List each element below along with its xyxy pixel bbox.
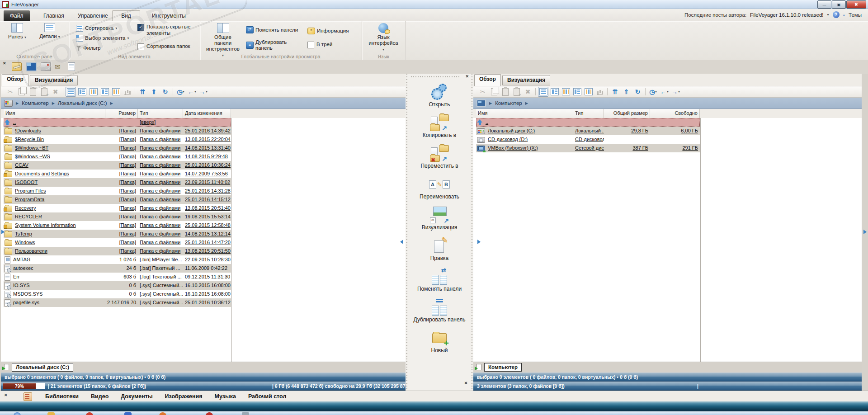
paste-into-icon[interactable] xyxy=(511,87,522,97)
show-hidden-checkbox[interactable]: ✓ Показать скрытые элементы xyxy=(137,24,196,36)
column-header-type[interactable]: Тип xyxy=(138,109,183,118)
collapse-right-pane-arrow[interactable] xyxy=(477,240,481,244)
chevron-down-icon[interactable]: ▾ xyxy=(827,13,829,17)
go-top-icon[interactable]: ⇈ xyxy=(137,87,148,97)
restore-button[interactable]: ▣ xyxy=(832,0,846,9)
panes-button[interactable]: Panes ▾ xyxy=(1,23,33,40)
file-row-up[interactable]: .. xyxy=(476,118,700,127)
taskbar-app-icon[interactable] xyxy=(86,412,93,415)
column-header-size[interactable]: Размер xyxy=(105,109,138,118)
file-row[interactable]: RECYCLER[Папка]Папка с файлами19.08.2015… xyxy=(4,212,231,221)
drive-row[interactable]: VMBox (\\vboxsvr) (X:)Сетевой диск387 ГБ… xyxy=(476,144,700,152)
file-row-up[interactable]: .. [вверх] xyxy=(4,118,231,127)
file-row[interactable]: Program Files[Папка]Папка с файлами25.01… xyxy=(4,187,231,195)
paste-into-icon[interactable] xyxy=(39,87,49,97)
view-list-grid-icon[interactable] xyxy=(572,87,582,97)
action-move-to-button[interactable]: ✖↗Переместить в xyxy=(406,145,473,176)
column-header-total-size[interactable]: Общий размер xyxy=(604,109,650,118)
file-row[interactable]: Пользователи[Папка]Папка с файлами13.08.… xyxy=(4,247,231,255)
link-images[interactable]: Изображения xyxy=(165,393,203,400)
more-actions-icon[interactable]: » xyxy=(463,382,470,385)
sort-folders-checkbox[interactable]: Сортировка папок xyxy=(137,43,196,50)
tab-main[interactable]: Главная xyxy=(37,11,71,21)
file-row[interactable]: Documents and Settings[Папка]Папка с фай… xyxy=(4,170,231,178)
file-row[interactable]: AMTAG1 024 б[.bin] MPlayer file...22.09.… xyxy=(4,255,231,264)
action-rename-button[interactable]: A✎BПереименовать xyxy=(406,176,473,207)
file-row[interactable]: Recovery[Папка]Папка с файлами13.08.2015… xyxy=(4,204,231,212)
file-row[interactable]: autoexec24 б[.bat] Пакетный ...11.06.200… xyxy=(4,264,231,273)
drag-handle[interactable] xyxy=(411,76,460,77)
collapse-ribbon-icon[interactable]: ▴ xyxy=(843,13,845,17)
file-row[interactable]: CCAV[Папка]Папка с файлами25.01.2016 10:… xyxy=(4,161,231,170)
copy-icon[interactable] xyxy=(16,87,27,97)
breadcrumb-item[interactable]: Локальный диск (C:) xyxy=(58,100,107,106)
file-row[interactable]: Windows[Папка]Папка с файлами25.01.2016 … xyxy=(4,238,231,247)
link-music[interactable]: Музыка xyxy=(215,393,236,400)
file-row[interactable]: pagefile.sys2 147 016 70...[.sys] Систем… xyxy=(4,298,231,307)
view-tiles-icon[interactable] xyxy=(111,87,121,97)
quick-doc-icon[interactable] xyxy=(68,62,75,71)
action-duplicate-panel-button[interactable]: Дублировать панель xyxy=(406,299,473,330)
close-middle-panel-button[interactable]: ✕ xyxy=(465,74,469,79)
view-small-icons-icon[interactable] xyxy=(561,87,571,97)
link-documents[interactable]: Документы xyxy=(121,393,152,400)
tab-overview[interactable]: Обзор xyxy=(2,74,28,86)
collapse-left-pane-arrow[interactable] xyxy=(400,240,403,244)
forward-icon[interactable]: →▾ xyxy=(198,87,208,97)
tab-visualization[interactable]: Визуализация xyxy=(30,75,78,85)
action-edit-button[interactable]: ✎Правка xyxy=(406,237,473,268)
taskbar-window-icon[interactable] xyxy=(242,412,249,415)
left-location-tab[interactable]: Локальный диск (C:) xyxy=(12,363,73,372)
delete-icon[interactable]: ✖ xyxy=(50,87,61,97)
file-row[interactable]: MSDOS.SYS0 б[.sys] Системный...16.10.201… xyxy=(4,290,231,298)
back-icon[interactable]: ←▾ xyxy=(187,87,197,97)
view-columns-icon[interactable] xyxy=(594,87,605,97)
action-new-button[interactable]: +Новый xyxy=(406,330,473,360)
history-icon[interactable]: ◷▾ xyxy=(175,87,186,97)
interface-language-button[interactable]: Язык интерфейса ▾ xyxy=(367,23,400,52)
breadcrumb-item[interactable]: Компьютер xyxy=(22,100,49,106)
view-small-icons-icon[interactable] xyxy=(88,87,99,97)
taskbar-app-icon[interactable] xyxy=(159,412,166,415)
tab-view[interactable]: Вид xyxy=(112,10,140,21)
quick-save-icon[interactable] xyxy=(41,62,51,71)
cut-icon[interactable]: ✂ xyxy=(5,87,15,97)
expand-left-panel-arrow[interactable] xyxy=(1,230,5,234)
action-swap-panels-button[interactable]: ⇄Поменять панели xyxy=(406,268,473,299)
details-button[interactable]: Детали ▾ xyxy=(33,23,66,40)
file-row[interactable]: ProgramData[Папка]Папка с файлами25.01.2… xyxy=(4,195,231,204)
close-button[interactable]: ✖ xyxy=(846,0,866,9)
forward-icon[interactable]: →▾ xyxy=(670,87,681,97)
column-header-free[interactable]: Свободно xyxy=(650,109,700,118)
delete-icon[interactable]: ✖ xyxy=(523,87,533,97)
author-post-dropdown[interactable]: FileVoyager 16.1.10.0 released! xyxy=(750,12,823,18)
tab-manage[interactable]: Управление xyxy=(71,11,114,21)
file-row[interactable]: !Downloads[Папка]Папка с файлами25.01.20… xyxy=(4,127,231,135)
taskbar-app-icon[interactable] xyxy=(124,412,132,415)
view-details-icon[interactable] xyxy=(77,87,87,97)
cut-icon[interactable]: ✂ xyxy=(477,87,488,97)
file-row[interactable]: ISOBOOT[Папка]Папка с файлами23.09.2015 … xyxy=(4,178,231,187)
paste-icon[interactable] xyxy=(28,87,38,97)
history-icon[interactable]: ◷▾ xyxy=(648,87,658,97)
action-open-button[interactable]: Открыть xyxy=(406,84,473,114)
link-libraries[interactable]: Библиотеки xyxy=(45,393,79,400)
view-list-grid-icon[interactable] xyxy=(99,87,110,97)
file-row[interactable]: $Windows.~WS[Папка]Папка с файлами14.08.… xyxy=(4,152,231,161)
column-header-date[interactable]: Дата изменения xyxy=(183,109,231,118)
close-links-bar-button[interactable]: ✕ xyxy=(4,393,8,397)
expand-right-panel-arrow[interactable] xyxy=(863,230,867,234)
go-up-icon[interactable]: ⇑ xyxy=(149,87,159,97)
file-row[interactable]: System Volume Information[Папка]Папка с … xyxy=(4,221,231,230)
go-top-icon[interactable]: ⇈ xyxy=(610,87,620,97)
file-row[interactable]: IO.SYS0 б[.sys] Системный...16.10.2015 1… xyxy=(4,281,231,290)
tab-tools[interactable]: Инструменты xyxy=(146,11,192,21)
breadcrumb-item[interactable]: Компьютер xyxy=(495,100,522,106)
tab-overview[interactable]: Обзор xyxy=(474,74,501,86)
quick-mail-icon[interactable]: ✉ xyxy=(55,63,64,71)
duplicate-panel-button[interactable]: ≡ Дублировать панель xyxy=(246,39,300,51)
filter-button[interactable]: Фильтр xyxy=(76,44,101,52)
link-video[interactable]: Видео xyxy=(91,393,108,400)
refresh-icon[interactable]: ↻ xyxy=(632,87,643,97)
start-orb-icon[interactable] xyxy=(14,412,21,415)
